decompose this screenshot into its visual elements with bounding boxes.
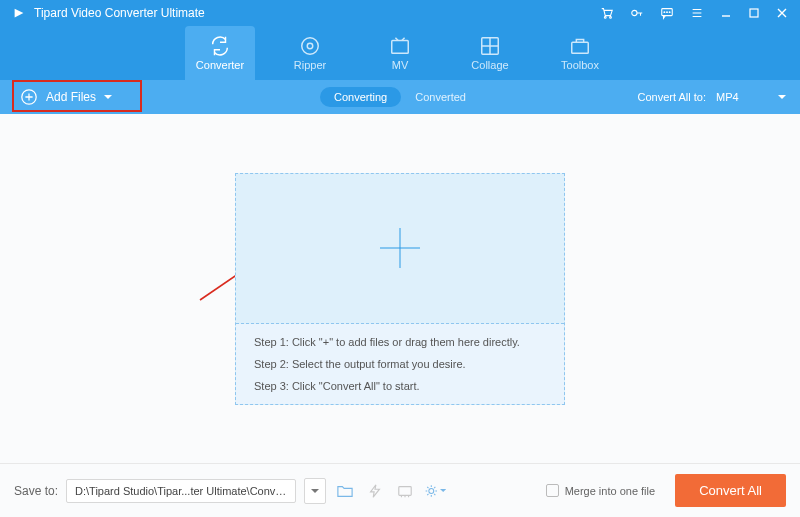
plus-icon [380, 228, 420, 268]
svg-point-4 [664, 12, 665, 13]
tab-label: Ripper [294, 59, 326, 71]
save-path-field[interactable]: D:\Tipard Studio\Tipar...ter Ultimate\Co… [66, 479, 296, 503]
segment-converted[interactable]: Converted [401, 87, 480, 107]
settings-button[interactable] [424, 480, 446, 502]
tab-ripper[interactable]: Ripper [275, 26, 345, 80]
add-files-button[interactable]: Add Files [14, 84, 118, 110]
dropzone-add-area[interactable] [236, 174, 564, 324]
dropzone: Step 1: Click "+" to add files or drag t… [235, 173, 565, 405]
svg-point-5 [667, 12, 668, 13]
output-format-value: MP4 [716, 91, 739, 103]
window-controls [600, 6, 788, 20]
convert-all-to: Convert All to: MP4 [638, 91, 786, 103]
chevron-down-icon [778, 93, 786, 101]
convert-all-button[interactable]: Convert All [675, 474, 786, 507]
svg-point-0 [604, 17, 606, 19]
output-format-selector[interactable]: MP4 [716, 91, 786, 103]
plus-circle-icon [20, 88, 38, 106]
svg-rect-15 [399, 486, 411, 495]
bottom-bar: Save to: D:\Tipard Studio\Tipar...ter Ul… [0, 463, 800, 517]
app-title: Tipard Video Converter Ultimate [34, 6, 600, 20]
svg-point-2 [632, 10, 637, 15]
workspace: Step 1: Click "+" to add files or drag t… [0, 114, 800, 463]
close-icon[interactable] [776, 7, 788, 19]
cart-icon[interactable] [600, 6, 614, 20]
segment-control: Converting Converted [320, 87, 480, 107]
tab-label: MV [392, 59, 409, 71]
merge-label: Merge into one file [565, 485, 656, 497]
convert-all-to-label: Convert All to: [638, 91, 706, 103]
svg-rect-7 [750, 9, 758, 17]
menu-icon[interactable] [690, 6, 704, 20]
tab-collage[interactable]: Collage [455, 26, 525, 80]
segment-converting[interactable]: Converting [320, 87, 401, 107]
instruction-step: Step 3: Click "Convert All" to start. [254, 380, 546, 392]
svg-point-16 [429, 488, 434, 493]
maximize-icon[interactable] [748, 7, 760, 19]
app-logo-icon [12, 6, 26, 20]
tab-toolbox[interactable]: Toolbox [545, 26, 615, 80]
key-icon[interactable] [630, 6, 644, 20]
tab-converter[interactable]: Converter [185, 26, 255, 80]
svg-point-8 [302, 38, 319, 55]
add-files-label: Add Files [46, 90, 96, 104]
svg-point-9 [307, 43, 313, 49]
main-tabs: Converter Ripper MV Collage Toolbox [0, 26, 800, 80]
tab-label: Toolbox [561, 59, 599, 71]
checkbox-icon [546, 484, 559, 497]
instruction-step: Step 1: Click "+" to add files or drag t… [254, 336, 546, 348]
save-to-label: Save to: [14, 484, 58, 498]
title-bar: Tipard Video Converter Ultimate [0, 0, 800, 26]
sub-toolbar: Add Files Converting Converted Convert A… [0, 80, 800, 114]
tab-label: Collage [471, 59, 508, 71]
feedback-icon[interactable] [660, 6, 674, 20]
svg-rect-12 [572, 42, 589, 53]
save-path-dropdown[interactable] [304, 478, 326, 504]
tab-mv[interactable]: MV [365, 26, 435, 80]
svg-rect-10 [392, 41, 409, 54]
open-folder-button[interactable] [334, 480, 356, 502]
minimize-icon[interactable] [720, 7, 732, 19]
chevron-down-icon [104, 93, 112, 101]
speed-button[interactable] [364, 480, 386, 502]
gpu-button[interactable] [394, 480, 416, 502]
instructions: Step 1: Click "+" to add files or drag t… [236, 324, 564, 404]
tab-label: Converter [196, 59, 244, 71]
svg-point-1 [610, 17, 612, 19]
merge-checkbox[interactable]: Merge into one file [546, 484, 656, 497]
svg-point-6 [669, 12, 670, 13]
instruction-step: Step 2: Select the output format you des… [254, 358, 546, 370]
